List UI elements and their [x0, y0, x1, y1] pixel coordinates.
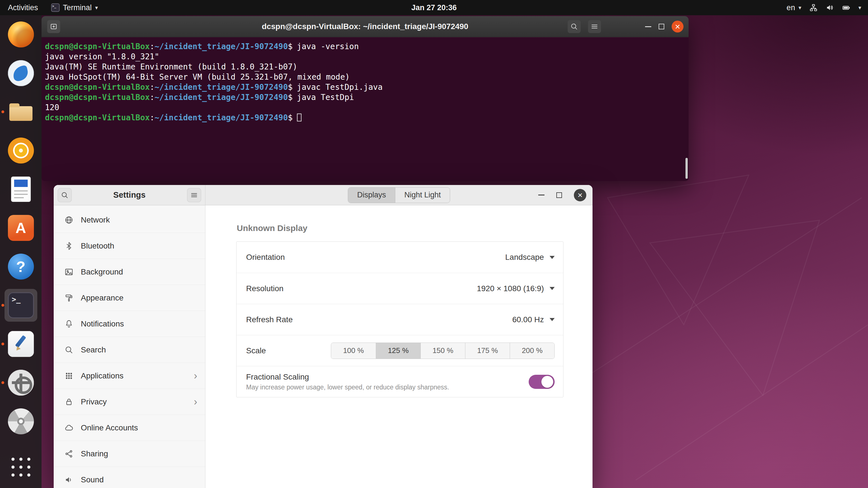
- resolution-value: 1920 × 1080 (16:9): [477, 284, 544, 293]
- running-indicator: [1, 343, 4, 346]
- appearance-icon: [64, 293, 73, 302]
- volume-icon[interactable]: [826, 3, 834, 12]
- resolution-row: Resolution 1920 × 1080 (16:9): [237, 273, 563, 304]
- sidebar-item-bluetooth[interactable]: Bluetooth: [54, 233, 205, 259]
- sidebar-item-sharing[interactable]: Sharing: [54, 441, 205, 467]
- sidebar-item-sound[interactable]: Sound: [54, 467, 205, 488]
- dock-item-thunderbird[interactable]: [4, 57, 37, 90]
- dock-item-terminal[interactable]: [4, 289, 37, 322]
- app-menu-button[interactable]: Terminal ▾: [51, 3, 98, 12]
- network-icon[interactable]: [809, 3, 818, 12]
- terminal-close-button[interactable]: ×: [672, 21, 683, 32]
- activities-button[interactable]: Activities: [8, 3, 38, 12]
- sidebar-item-network[interactable]: Network: [54, 207, 205, 233]
- scale-option-150%[interactable]: 150 %: [421, 343, 465, 359]
- scale-option-100%[interactable]: 100 %: [331, 343, 376, 359]
- dock-item-firefox[interactable]: [4, 18, 37, 51]
- keyboard-indicator[interactable]: en ▾: [786, 3, 801, 12]
- text-editor-icon: [8, 331, 34, 357]
- chevron-down-icon: ▾: [799, 4, 801, 11]
- terminal-prompt-line: dcspn@dcspn-VirtualBox:~/incident_triage…: [45, 41, 685, 52]
- sound-icon: [64, 475, 73, 484]
- resolution-dropdown[interactable]: 1920 × 1080 (16:9): [477, 284, 555, 293]
- dock-item-settings[interactable]: [4, 366, 37, 399]
- settings-close-button[interactable]: ×: [574, 189, 586, 201]
- dock-item-writer[interactable]: [4, 173, 37, 205]
- orientation-dropdown[interactable]: Landscape: [505, 253, 555, 262]
- dock-item-help[interactable]: [4, 250, 37, 283]
- terminal-output-line: java version "1.8.0_321": [45, 52, 685, 62]
- hamburger-icon: [190, 191, 198, 199]
- terminal-output-line: Java(TM) SE Runtime Environment (build 1…: [45, 62, 685, 72]
- sidebar-item-privacy[interactable]: Privacy›: [54, 389, 205, 415]
- sidebar-item-label: Sharing: [81, 449, 108, 458]
- sidebar-item-search[interactable]: Search: [54, 337, 205, 363]
- dock-item-files[interactable]: [4, 95, 37, 128]
- toggle-knob: [541, 376, 553, 388]
- terminal-search-button[interactable]: [568, 20, 581, 33]
- refresh-rate-dropdown[interactable]: 60.00 Hz: [512, 315, 555, 324]
- software-icon: [8, 215, 34, 241]
- scale-option-125%[interactable]: 125 %: [376, 343, 421, 359]
- running-indicator: [1, 304, 4, 307]
- online-accounts-icon: [64, 423, 73, 432]
- terminal-menu-button[interactable]: [588, 20, 601, 33]
- settings-main-header: Displays Night Light ×: [206, 185, 592, 205]
- sidebar-item-appearance[interactable]: Appearance: [54, 285, 205, 311]
- sidebar-item-background[interactable]: Background: [54, 259, 205, 285]
- tab-displays[interactable]: Displays: [348, 188, 395, 203]
- scale-options: 100 %125 %150 %175 %200 %: [331, 343, 555, 359]
- terminal-scrollbar[interactable]: [685, 158, 688, 179]
- fractional-scaling-description: May increase power usage, lower speed, o…: [246, 384, 449, 391]
- settings-menu-button[interactable]: [187, 188, 201, 202]
- system-menu-chevron-icon[interactable]: ▾: [858, 4, 861, 11]
- settings-sidebar: NetworkBluetoothBackgroundAppearanceNoti…: [54, 205, 206, 488]
- terminal-maximize-button[interactable]: [659, 24, 664, 29]
- terminal-body[interactable]: dcspn@dcspn-VirtualBox:~/incident_triage…: [41, 38, 689, 181]
- terminal-output-line: Java HotSpot(TM) 64-Bit Server VM (build…: [45, 72, 685, 82]
- chevron-down-icon: ▾: [95, 4, 98, 11]
- sidebar-item-notifications[interactable]: Notifications: [54, 311, 205, 337]
- sidebar-item-label: Search: [81, 346, 106, 354]
- settings-minimize-button[interactable]: [538, 195, 545, 195]
- settings-icon: [8, 370, 34, 396]
- sidebar-item-label: Sound: [81, 475, 104, 484]
- terminal-output-line: 120: [45, 102, 685, 113]
- terminal-minimize-button[interactable]: [645, 26, 651, 27]
- tab-night-light[interactable]: Night Light: [395, 188, 450, 203]
- orientation-row: Orientation Landscape: [237, 242, 563, 273]
- dock-item-software[interactable]: [4, 212, 37, 244]
- orientation-label: Orientation: [246, 253, 285, 262]
- fractional-scaling-label: Fractional Scaling: [246, 372, 449, 382]
- fractional-scaling-row: Fractional Scaling May increase power us…: [237, 366, 563, 397]
- running-indicator: [1, 110, 4, 113]
- terminal-prompt-line: dcspn@dcspn-VirtualBox:~/incident_triage…: [45, 92, 685, 102]
- display-name-heading: Unknown Display: [237, 223, 307, 233]
- dock-item-rhythmbox[interactable]: [4, 134, 37, 167]
- settings-search-button[interactable]: [58, 188, 72, 202]
- new-tab-button[interactable]: [47, 20, 60, 33]
- rhythmbox-icon: [8, 137, 34, 164]
- search-icon: [61, 191, 69, 199]
- settings-title: Settings: [113, 190, 146, 200]
- scale-row: Scale 100 %125 %150 %175 %200 %: [237, 335, 563, 366]
- fractional-scaling-toggle[interactable]: [529, 375, 555, 389]
- sidebar-item-applications[interactable]: Applications›: [54, 363, 205, 389]
- notifications-icon: [64, 319, 73, 328]
- firefox-icon: [8, 22, 34, 47]
- scale-option-200%[interactable]: 200 %: [510, 343, 554, 359]
- settings-maximize-button[interactable]: [556, 192, 562, 198]
- dock-item-disc[interactable]: [4, 405, 37, 438]
- battery-icon[interactable]: [842, 3, 850, 12]
- dock-item-text-editor[interactable]: [4, 328, 37, 360]
- sidebar-item-label: Notifications: [81, 319, 124, 328]
- app-grid-icon: [9, 455, 33, 479]
- view-switcher: Displays Night Light: [348, 187, 450, 203]
- orientation-value: Landscape: [505, 253, 544, 262]
- sidebar-item-online-accounts[interactable]: Online Accounts: [54, 415, 205, 441]
- sidebar-item-label: Appearance: [81, 293, 123, 302]
- scale-option-175%[interactable]: 175 %: [465, 343, 510, 359]
- terminal-titlebar[interactable]: dcspn@dcspn-VirtualBox: ~/incident_triag…: [41, 16, 689, 37]
- dock-item-app-grid[interactable]: [4, 451, 37, 484]
- clock[interactable]: Jan 27 20:36: [411, 3, 457, 12]
